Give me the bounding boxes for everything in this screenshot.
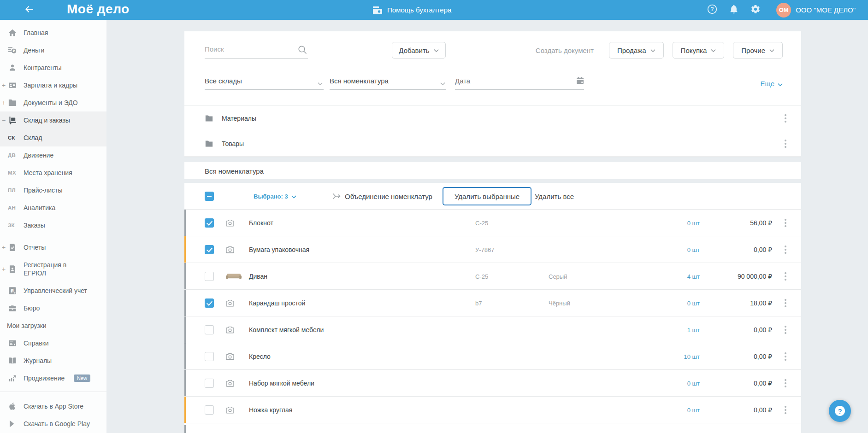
row-checkbox[interactable] bbox=[205, 325, 214, 334]
item-name[interactable]: Блокнот bbox=[249, 219, 273, 227]
row-checkbox[interactable] bbox=[205, 352, 214, 361]
row-checkbox[interactable] bbox=[205, 379, 214, 388]
sidebar-item-certificates[interactable]: Справки bbox=[0, 334, 106, 352]
table-row[interactable]: Комплект мягкой мебели 1 шт 0,00 ₽ bbox=[184, 316, 801, 343]
create-doc-button-продажа[interactable]: Продажа bbox=[609, 42, 664, 59]
item-name[interactable]: Бумага упаковочная bbox=[249, 246, 309, 253]
expand-marker[interactable]: + bbox=[2, 82, 6, 89]
table-row[interactable]: Карандаш простой b7 Чёрный 0 шт 18,00 ₽ bbox=[184, 290, 801, 316]
item-quantity[interactable]: 0 шт bbox=[687, 380, 700, 386]
sidebar-item-contractors[interactable]: Контрагенты bbox=[0, 59, 106, 76]
sidebar-item-home[interactable]: Главная bbox=[0, 24, 106, 41]
merge-nomenclature-button[interactable]: Объединение номенклатур bbox=[345, 192, 432, 200]
row-checkbox[interactable] bbox=[205, 405, 214, 415]
sidebar-item-bureau[interactable]: Бюро bbox=[0, 299, 106, 317]
sidebar-item-reports[interactable]: + Отчеты bbox=[0, 239, 106, 256]
delete-selected-button[interactable]: Удалить выбранные bbox=[443, 187, 531, 205]
expand-marker[interactable]: − bbox=[2, 117, 6, 124]
kebab-menu-icon[interactable] bbox=[782, 405, 789, 415]
table-row[interactable]: Диван С-25 Серый 4 шт 90 000,00 ₽ bbox=[184, 263, 801, 290]
sidebar-item-payroll[interactable]: + Зарплата и кадры bbox=[0, 76, 106, 94]
notifications-bell-icon[interactable] bbox=[728, 5, 739, 16]
warehouse-filter[interactable]: Все склады bbox=[205, 75, 324, 90]
folder-row[interactable]: Товары bbox=[184, 131, 801, 157]
kebab-menu-icon[interactable] bbox=[782, 218, 789, 228]
table-row[interactable]: Кресло 10 шт 0,00 ₽ bbox=[184, 343, 801, 370]
kebab-menu-icon[interactable] bbox=[782, 139, 789, 149]
sidebar-item-management[interactable]: ₽ Управленческий учет bbox=[0, 282, 106, 299]
back-button[interactable] bbox=[22, 4, 36, 16]
add-button[interactable]: Добавить bbox=[392, 42, 446, 59]
calendar-icon[interactable] bbox=[576, 76, 584, 84]
item-name[interactable]: Набор мягкой мебели bbox=[249, 380, 314, 387]
sidebar-item-pricelists[interactable]: ПЛ Прайс-листы bbox=[0, 181, 106, 199]
table-row[interactable]: Набор мягкой мебели 0 шт 0,00 ₽ bbox=[184, 370, 801, 397]
kebab-menu-icon[interactable] bbox=[782, 271, 789, 281]
item-name[interactable]: Карандаш простой bbox=[249, 299, 305, 307]
item-name[interactable]: Кресло bbox=[249, 353, 271, 360]
avatar[interactable]: ОМ bbox=[776, 3, 791, 18]
kebab-menu-icon[interactable] bbox=[782, 351, 789, 362]
create-doc-button-прочие[interactable]: Прочие bbox=[733, 42, 783, 59]
kebab-menu-icon[interactable] bbox=[782, 298, 789, 308]
sidebar-item-code: ДВ bbox=[8, 152, 16, 158]
table-row[interactable]: Блокнот С-25 0 шт 56,00 ₽ bbox=[184, 210, 801, 236]
delete-all-button[interactable]: Удалить все bbox=[535, 192, 574, 200]
sidebar-item-app-store[interactable]: Скачать в App Store bbox=[0, 398, 106, 415]
sidebar-item-storage[interactable]: МХ Места хранения bbox=[0, 164, 106, 181]
item-price: 18,00 ₽ bbox=[750, 299, 772, 307]
expand-marker[interactable]: + bbox=[2, 244, 6, 251]
kebab-menu-icon[interactable] bbox=[782, 245, 789, 255]
sidebar-item-google-play[interactable]: Скачать в Google Play bbox=[0, 415, 106, 433]
item-quantity[interactable]: 0 шт bbox=[687, 246, 700, 253]
table-row[interactable]: Ножка круглая 0 шт 0,00 ₽ bbox=[184, 397, 801, 423]
expand-marker[interactable]: + bbox=[2, 99, 6, 106]
sidebar-item-label: Справки bbox=[24, 339, 49, 347]
selected-count-dropdown[interactable]: Выбрано: 3 bbox=[254, 192, 296, 200]
item-name[interactable]: Комплект мягкой мебели bbox=[249, 326, 324, 334]
settings-gear-icon[interactable] bbox=[750, 5, 761, 16]
more-filters-link[interactable]: Еще bbox=[760, 79, 783, 88]
kebab-menu-icon[interactable] bbox=[782, 113, 789, 123]
kebab-menu-icon[interactable] bbox=[782, 378, 789, 388]
item-quantity[interactable]: 10 шт bbox=[684, 353, 700, 360]
row-checkbox[interactable] bbox=[205, 218, 214, 228]
item-quantity[interactable]: 0 шт bbox=[687, 406, 700, 413]
expand-marker[interactable]: + bbox=[2, 265, 6, 273]
date-input[interactable] bbox=[455, 77, 561, 85]
folder-row[interactable]: Материалы bbox=[184, 105, 801, 131]
item-name[interactable]: Диван bbox=[249, 273, 267, 280]
item-name[interactable]: Ножка круглая bbox=[249, 406, 292, 414]
sidebar-item-analytics[interactable]: АН Аналитика bbox=[0, 199, 106, 216]
floating-help-button[interactable]: ? bbox=[829, 400, 851, 422]
company-name[interactable]: ООО "МОЕ ДЕЛО" bbox=[796, 6, 856, 14]
sidebar-item-movement[interactable]: ДВ Движение bbox=[0, 146, 106, 164]
doc-button-label: Прочие bbox=[741, 47, 765, 54]
table-row[interactable]: Бумага упаковочная У-7867 0 шт 0,00 ₽ bbox=[184, 236, 801, 263]
select-all-checkbox[interactable] bbox=[205, 192, 214, 201]
sidebar-item-warehouse[interactable]: − Склад и заказы bbox=[0, 111, 106, 129]
nomenclature-filter[interactable]: Вся номенклатура bbox=[330, 75, 446, 90]
sidebar-item-egrul[interactable]: + Регистрация в ЕГРЮЛ bbox=[0, 256, 106, 282]
search-icon[interactable] bbox=[298, 45, 307, 54]
sidebar-item-journals[interactable]: Журналы bbox=[0, 352, 106, 369]
sidebar-item-downloads[interactable]: Мои загрузки bbox=[0, 317, 106, 334]
accountant-help-link[interactable]: Помощь бухгалтера bbox=[372, 0, 451, 20]
sidebar-item-sklad[interactable]: СК Склад bbox=[0, 129, 106, 146]
item-quantity[interactable]: 0 шт bbox=[687, 299, 700, 306]
item-quantity[interactable]: 0 шт bbox=[687, 219, 700, 226]
row-checkbox[interactable] bbox=[205, 245, 214, 254]
help-icon[interactable]: ? bbox=[707, 5, 718, 16]
sidebar-item-orders[interactable]: ЗК Заказы bbox=[0, 216, 106, 234]
sidebar-item-money[interactable]: ₽ Деньги bbox=[0, 41, 106, 59]
row-checkbox[interactable] bbox=[205, 272, 214, 281]
kebab-menu-icon[interactable] bbox=[782, 325, 789, 335]
row-checkbox[interactable] bbox=[205, 298, 214, 308]
create-doc-button-покупка[interactable]: Покупка bbox=[673, 42, 725, 59]
sidebar-item-documents[interactable]: + Документы и ЭДО bbox=[0, 94, 106, 111]
app-logo[interactable]: Моё дело bbox=[67, 2, 130, 17]
item-quantity[interactable]: 1 шт bbox=[687, 326, 700, 333]
sidebar-item-promotion[interactable]: Продвижение New bbox=[0, 369, 106, 387]
search-input[interactable] bbox=[205, 42, 292, 56]
item-quantity[interactable]: 4 шт bbox=[687, 273, 700, 280]
